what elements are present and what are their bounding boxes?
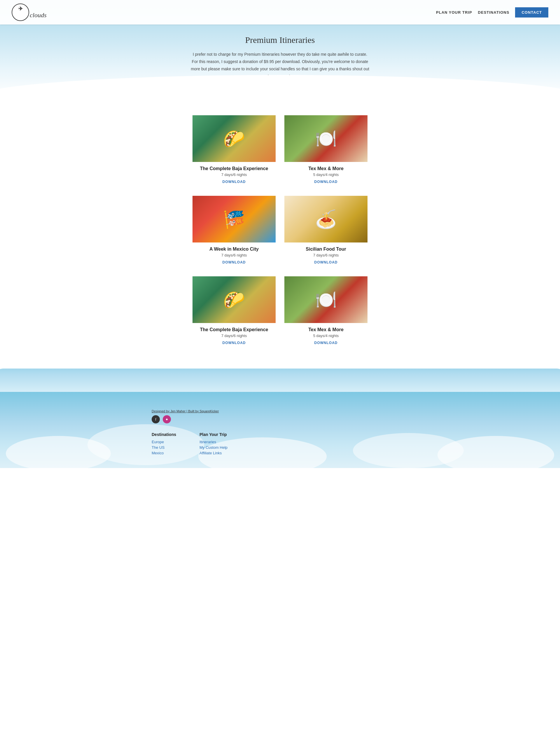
footer-credit-link[interactable]: Designed by Jen Maher | Built by SquareK… (152, 409, 219, 413)
instagram-icon[interactable]: ● (163, 415, 171, 423)
footer-column-heading: Destinations (152, 432, 176, 437)
download-link[interactable]: DOWNLOAD (314, 180, 338, 184)
footer-wave-wrap (0, 368, 560, 392)
footer-column-link[interactable]: Affiliate Links (199, 451, 228, 455)
itinerary-title: A Week in Mexico City (192, 247, 276, 252)
footer-credit: Designed by Jen Maher | Built by SquareK… (152, 409, 408, 413)
itinerary-title: The Complete Baja Experience (192, 166, 276, 171)
footer-column-link[interactable]: Mexico (152, 451, 176, 455)
footer-column-link[interactable]: Europe (152, 440, 176, 444)
facebook-icon[interactable]: f (152, 415, 160, 423)
itinerary-image (284, 196, 368, 242)
itinerary-card: The Complete Baja Experience7 days/6 nig… (192, 276, 276, 345)
itineraries-grid: The Complete Baja Experience7 days/6 nig… (187, 115, 373, 345)
itinerary-duration: 7 days/6 nights (192, 173, 276, 177)
download-link[interactable]: DOWNLOAD (314, 341, 338, 345)
footer-column-link[interactable]: Itineraries (199, 440, 228, 444)
logo-text: clouds (30, 11, 46, 19)
itinerary-image (284, 115, 368, 162)
itinerary-duration: 5 days/4 nights (284, 173, 368, 177)
itinerary-title: The Complete Baja Experience (192, 327, 276, 332)
download-link[interactable]: DOWNLOAD (314, 260, 338, 264)
footer-columns: DestinationsEuropeThe USMexicoPlan Your … (152, 432, 408, 456)
download-link[interactable]: DOWNLOAD (222, 180, 246, 184)
main-content: The Complete Baja Experience7 days/6 nig… (0, 98, 560, 368)
footer-socials: f ● (152, 415, 408, 423)
footer-column-link[interactable]: The US (152, 445, 176, 450)
itinerary-image (192, 196, 276, 242)
itinerary-image (192, 115, 276, 162)
logo[interactable]: ✈ clouds (12, 3, 46, 21)
navigation: ✈ clouds PLAN YOUR TRIP DESTINATIONS CON… (0, 0, 560, 25)
footer-wave (0, 368, 560, 392)
footer-column: Plan Your TripItinerariesMy Custom HelpA… (199, 432, 228, 456)
plan-trip-link[interactable]: PLAN YOUR TRIP (436, 10, 472, 15)
itinerary-card: Tex Mex & More5 days/4 nightsDOWNLOAD (284, 115, 368, 184)
destinations-link[interactable]: DESTINATIONS (478, 10, 510, 15)
itinerary-duration: 7 days/6 nights (192, 334, 276, 338)
itinerary-image (192, 276, 276, 323)
download-link[interactable]: DOWNLOAD (222, 341, 246, 345)
footer: Designed by Jen Maher | Built by SquareK… (0, 392, 560, 468)
itinerary-title: Tex Mex & More (284, 327, 368, 332)
itinerary-card: A Week in Mexico City7 days/6 nightsDOWN… (192, 196, 276, 265)
plane-icon: ✈ (18, 6, 23, 12)
itinerary-image (284, 276, 368, 323)
logo-icon: ✈ (12, 3, 29, 21)
itinerary-card: Tex Mex & More5 days/4 nightsDOWNLOAD (284, 276, 368, 345)
itinerary-title: Tex Mex & More (284, 166, 368, 171)
itinerary-card: Sicilian Food Tour7 days/6 nightsDOWNLOA… (284, 196, 368, 265)
nav-links: PLAN YOUR TRIP DESTINATIONS CONTACT (436, 7, 548, 18)
page-title: Premium Itineraries (0, 35, 560, 45)
footer-column-heading: Plan Your Trip (199, 432, 228, 437)
itinerary-card: The Complete Baja Experience7 days/6 nig… (192, 115, 276, 184)
itinerary-duration: 7 days/6 nights (284, 253, 368, 257)
itinerary-duration: 7 days/6 nights (192, 253, 276, 257)
hero-curve (0, 75, 560, 98)
footer-column-link[interactable]: My Custom Help (199, 445, 228, 450)
itinerary-title: Sicilian Food Tour (284, 247, 368, 252)
footer-column: DestinationsEuropeThe USMexico (152, 432, 176, 456)
contact-button[interactable]: CONTACT (515, 7, 548, 18)
download-link[interactable]: DOWNLOAD (222, 260, 246, 264)
footer-inner: Designed by Jen Maher | Built by SquareK… (140, 409, 420, 456)
itinerary-duration: 5 days/4 nights (284, 334, 368, 338)
